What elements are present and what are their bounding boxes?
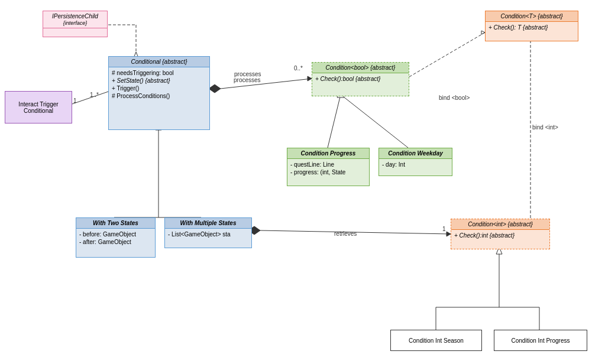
condition-progress-field-1: - questLine: Line <box>290 161 366 168</box>
with-two-states-field-1: - before: GameObject <box>79 230 152 238</box>
conditional-title: Conditional {abstract} <box>109 57 209 67</box>
conditional-field-1: # needsTriggering: bool <box>112 69 206 77</box>
condition-int-progress-box: Condition Int Progress <box>494 330 587 351</box>
condition-int-season-box: Condition Int Season <box>390 330 482 351</box>
condition-int-body: + Check():int {abstract} <box>451 230 549 241</box>
conditional-field-3: + Trigger() <box>112 84 206 92</box>
ipersistence-title: IPersistenceChild{interface} <box>43 11 107 28</box>
with-two-states-box: With Two States - before: GameObject - a… <box>76 217 156 258</box>
with-multiple-states-field-1: - List<GameObject> sta <box>168 230 248 238</box>
condition-t-box: Condition<T> {abstract} + Check(): T {ab… <box>485 11 578 41</box>
condition-int-field-1: + Check():int {abstract} <box>454 232 546 239</box>
with-two-states-title: With Two States <box>76 218 155 229</box>
ipersistence-box: IPersistenceChild{interface} <box>43 11 108 37</box>
mult-1dot-label: 1..* <box>90 92 99 98</box>
condition-t-body: + Check(): T {abstract} <box>486 22 578 33</box>
condition-progress-field-2: - progress: (int, State <box>290 168 366 176</box>
condition-weekday-body: - day: Int <box>379 159 452 170</box>
with-multiple-states-box: With Multiple States - List<GameObject> … <box>164 217 252 248</box>
svg-line-7 <box>328 95 341 148</box>
interact-trigger-box: Interact Trigger Conditional <box>5 91 72 124</box>
with-two-states-body: - before: GameObject - after: GameObject <box>76 229 155 248</box>
condition-weekday-box: Condition Weekday - day: Int <box>379 148 452 176</box>
conditional-box: Conditional {abstract} # needsTriggering… <box>108 56 210 130</box>
with-multiple-states-body: - List<GameObject> sta <box>165 229 251 240</box>
svg-marker-6 <box>308 76 312 81</box>
interact-trigger-label: Interact Trigger Conditional <box>5 101 72 114</box>
condition-int-progress-title: Condition Int Progress <box>509 336 573 346</box>
condition-progress-box: Condition Progress - questLine: Line - p… <box>287 148 370 186</box>
bind-int-label: bind <int> <box>532 124 558 131</box>
mult-1-end-label: 1 <box>442 226 446 232</box>
with-two-states-field-2: - after: GameObject <box>79 238 152 246</box>
condition-bool-title: Condition<bool> {abstract} <box>312 63 409 73</box>
processes-label: processes <box>234 71 261 77</box>
condition-t-field-1: + Check(): T {abstract} <box>489 24 575 31</box>
condition-bool-body: + Check():bool {abstract} <box>312 73 409 84</box>
conditional-field-4: # ProcessConditions() <box>112 92 206 100</box>
condition-t-title: Condition<T> {abstract} <box>486 11 578 22</box>
svg-marker-4 <box>209 84 221 93</box>
mult-0star-label: 0..* <box>294 65 303 72</box>
diagram-container: processes processes 0..* 1 1..* bind <bo… <box>0 0 592 364</box>
condition-weekday-title: Condition Weekday <box>379 148 452 159</box>
with-multiple-states-title: With Multiple States <box>165 218 251 229</box>
processes-label: processes <box>234 77 261 83</box>
svg-marker-20 <box>447 232 451 236</box>
condition-progress-title: Condition Progress <box>287 148 369 159</box>
mult-1-label: 1 <box>73 98 77 104</box>
condition-bool-field-1: + Check():bool {abstract} <box>315 75 406 83</box>
conditional-body: # needsTriggering: bool + SetState() {ab… <box>109 67 209 102</box>
condition-progress-body: - questLine: Line - progress: (int, Stat… <box>287 159 369 178</box>
retrieves-label: retrieves <box>334 230 357 237</box>
svg-line-10 <box>409 32 485 77</box>
condition-bool-box: Condition<bool> {abstract} + Check():boo… <box>312 62 409 96</box>
bind-bool-label: bind <bool> <box>439 95 470 101</box>
conditional-field-2: + SetState() {abstract} <box>112 77 206 84</box>
svg-line-8 <box>341 95 408 148</box>
condition-int-season-title: Condition Int Season <box>406 336 467 346</box>
condition-weekday-field-1: - day: Int <box>382 161 449 168</box>
condition-int-title: Condition<int> {abstract} <box>451 219 549 230</box>
condition-int-box: Condition<int> {abstract} + Check():int … <box>451 219 550 249</box>
